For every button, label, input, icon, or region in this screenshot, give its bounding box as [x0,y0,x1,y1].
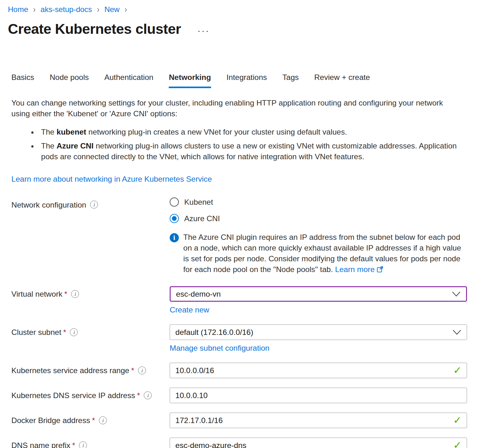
tab-bar: Basics Node pools Authentication Network… [11,73,467,88]
create-new-link[interactable]: Create new [170,306,209,314]
manage-subnet-configuration-link[interactable]: Manage subnet configuration [170,344,270,353]
cluster-subnet-value: default (172.16.0.0/16) [175,328,253,337]
info-filled-icon: i [170,233,179,242]
virtual-network-value: esc-demo-vn [176,290,221,299]
dns-name-prefix-label: DNS name prefix [11,441,70,448]
tab-integrations[interactable]: Integrations [227,73,267,88]
docker-bridge-field: ✓ [170,413,467,428]
tab-authentication[interactable]: Authentication [104,73,153,88]
required-marker: * [92,416,95,425]
dns-service-ip-input[interactable] [175,391,449,400]
info-icon[interactable]: i [138,366,146,374]
chevron-down-icon [453,330,461,335]
required-marker: * [137,391,140,400]
breadcrumb-link-home[interactable]: Home [8,5,28,14]
bullet-item-kubenet: The kubenet networking plug-in creates a… [38,127,458,137]
required-marker: * [131,366,134,375]
tab-review-create[interactable]: Review + create [314,73,370,88]
checkmark-icon: ✓ [453,439,462,448]
azure-cni-info-note: i The Azure CNI plugin requires an IP ad… [170,232,467,275]
dns-service-ip-label: Kubernetes DNS service IP address [11,391,135,400]
page-title: Create Kubernetes cluster [8,21,181,37]
create-kubernetes-cluster-page: Home › aks-setup-docs › New › Create Kub… [0,0,479,448]
dns-name-prefix-label-group: DNS name prefix * i [11,438,170,448]
chevron-right-icon: › [33,4,36,15]
radio-button-selected-icon [170,214,179,223]
network-configuration-label-group: Network configuration i [11,197,170,286]
virtual-network-label-group: Virtual network * i [11,286,170,302]
breadcrumb: Home › aks-setup-docs › New › [8,5,467,14]
required-marker: * [72,441,75,448]
info-icon[interactable]: i [79,441,87,448]
cluster-subnet-label-group: Cluster subnet * i [11,324,170,340]
radio-button-icon [170,197,179,207]
learn-more-networking-link[interactable]: Learn more about networking in Azure Kub… [11,175,212,184]
network-configuration-label: Network configuration [11,201,86,209]
intro-text: You can change networking settings for y… [11,98,457,119]
chevron-down-icon [452,292,460,297]
dns-service-ip-label-group: Kubernetes DNS service IP address * i [11,388,170,403]
tab-tags[interactable]: Tags [282,73,299,88]
docker-bridge-label-group: Docker Bridge address * i [11,413,170,428]
service-address-range-field: ✓ [170,363,467,378]
info-icon[interactable]: i [99,416,107,424]
checkmark-icon: ✓ [453,364,462,376]
learn-more-link[interactable]: Learn more [335,265,375,274]
chevron-right-icon: › [124,4,127,15]
info-icon[interactable]: i [70,328,78,336]
info-icon[interactable]: i [71,290,79,298]
info-note-text: The Azure CNI plugin requires an IP addr… [183,232,467,275]
radio-kubenet[interactable]: Kubenet [170,197,467,207]
required-marker: * [63,328,66,337]
more-options-button[interactable]: ··· [197,23,210,35]
radio-kubenet-label: Kubenet [184,198,213,207]
checkmark-icon: ✓ [453,414,462,426]
dns-name-prefix-input[interactable] [175,441,449,448]
radio-azure-cni-label: Azure CNI [184,214,220,223]
breadcrumb-link-new[interactable]: New [104,5,119,14]
service-address-range-label: Kubernetes service address range [11,366,129,375]
info-icon[interactable]: i [90,201,98,209]
radio-azure-cni[interactable]: Azure CNI [170,214,467,223]
docker-bridge-label: Docker Bridge address [11,416,90,425]
virtual-network-label: Virtual network [11,290,63,299]
docker-bridge-address-input[interactable] [175,416,449,425]
tab-basics[interactable]: Basics [11,73,34,88]
bullet-list: The kubenet networking plug-in creates a… [38,127,458,162]
tab-networking[interactable]: Networking [169,73,211,88]
tab-node-pools[interactable]: Node pools [50,73,89,88]
dns-name-prefix-field: ✓ [170,438,467,448]
bullet-item-azure-cni: The Azure CNI networking plug-in allows … [38,141,458,162]
required-marker: * [64,290,67,299]
external-link-icon [377,265,384,275]
cluster-subnet-label: Cluster subnet [11,328,61,337]
service-address-range-input[interactable] [175,366,449,375]
virtual-network-dropdown[interactable]: esc-demo-vn [170,286,467,302]
cluster-subnet-dropdown[interactable]: default (172.16.0.0/16) [170,324,467,340]
dns-service-ip-field [170,388,467,403]
breadcrumb-link-aks-setup-docs[interactable]: aks-setup-docs [40,5,92,14]
chevron-right-icon: › [96,4,100,15]
service-address-range-label-group: Kubernetes service address range * i [11,363,170,378]
info-icon[interactable]: i [144,391,152,399]
networking-form: Network configuration i Kubenet Azure CN… [11,197,467,448]
